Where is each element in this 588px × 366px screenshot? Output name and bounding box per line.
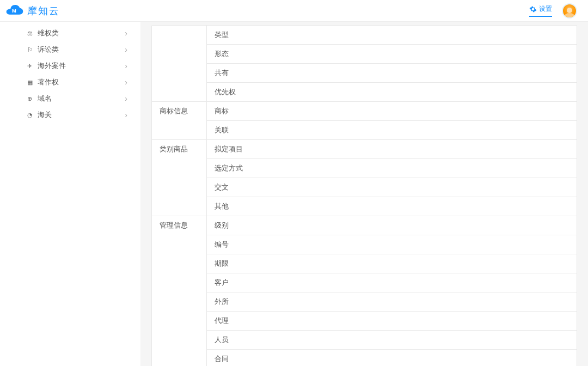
plane-icon: ✈ bbox=[26, 63, 33, 70]
config-row[interactable]: 商标 bbox=[207, 102, 577, 120]
config-row[interactable]: 共有 bbox=[207, 63, 577, 82]
app-header: M 摩知云 设置 bbox=[0, 0, 588, 22]
config-row[interactable]: 级别 bbox=[207, 216, 577, 235]
scales-icon: ⚐ bbox=[26, 46, 33, 53]
config-row[interactable]: 合同 bbox=[207, 349, 577, 366]
sidebar-item-label: 海关 bbox=[38, 110, 52, 120]
group-rows: 商标关联 bbox=[206, 102, 577, 139]
user-avatar[interactable] bbox=[562, 3, 577, 19]
config-row[interactable]: 代理 bbox=[207, 311, 577, 330]
brand: M 摩知云 bbox=[5, 4, 60, 17]
book-icon: ▦ bbox=[26, 79, 33, 86]
config-row[interactable]: 人员 bbox=[207, 330, 577, 349]
chevron-right-icon: › bbox=[125, 62, 127, 70]
sidebar-item-rights[interactable]: ⚖ 维权类 › bbox=[0, 25, 140, 41]
settings-label: 设置 bbox=[539, 4, 552, 14]
chevron-right-icon: › bbox=[125, 78, 127, 87]
svg-text:M: M bbox=[12, 8, 16, 14]
sidebar-item-domain[interactable]: ⊕ 域名 › bbox=[0, 90, 140, 107]
group-rows: 级别编号期限客户外所代理人员合同账单发票备注 bbox=[206, 216, 577, 366]
chevron-right-icon: › bbox=[125, 29, 127, 38]
group-label: 管理信息 bbox=[152, 216, 206, 366]
group-label bbox=[152, 26, 206, 101]
config-group: 管理信息级别编号期限客户外所代理人员合同账单发票备注 bbox=[152, 216, 577, 366]
sidebar-item-label: 诉讼类 bbox=[38, 45, 59, 54]
sidebar-item-label: 域名 bbox=[38, 94, 52, 103]
chevron-right-icon: › bbox=[125, 111, 127, 119]
chevron-right-icon: › bbox=[125, 94, 127, 103]
sidebar-item-label: 著作权 bbox=[38, 77, 59, 87]
group-rows: 类型形态共有优先权 bbox=[206, 26, 577, 101]
gavel-icon: ⚖ bbox=[26, 30, 33, 37]
sidebar: ⚖ 维权类 › ⚐ 诉讼类 › ✈ 海外案件 › ▦ 著作权 › bbox=[0, 22, 140, 366]
config-row[interactable]: 关联 bbox=[207, 120, 577, 139]
group-label: 商标信息 bbox=[152, 102, 206, 139]
config-row[interactable]: 交文 bbox=[207, 178, 577, 197]
content-panel: 类型形态共有优先权商标信息商标关联类别商品拟定项目选定方式交文其他管理信息级别编… bbox=[140, 22, 588, 366]
config-row[interactable]: 形态 bbox=[207, 44, 577, 63]
config-row[interactable]: 客户 bbox=[207, 273, 577, 292]
header-actions: 设置 bbox=[529, 3, 577, 19]
config-row[interactable]: 选定方式 bbox=[207, 158, 577, 178]
config-row[interactable]: 期限 bbox=[207, 254, 577, 273]
sidebar-item-copyright[interactable]: ▦ 著作权 › bbox=[0, 74, 140, 90]
sidebar-item-label: 海外案件 bbox=[38, 61, 66, 71]
group-rows: 拟定项目选定方式交文其他 bbox=[206, 140, 577, 216]
config-row[interactable]: 优先权 bbox=[207, 82, 577, 101]
sidebar-item-customs[interactable]: ◔ 海关 › bbox=[0, 107, 140, 123]
globe-icon: ⊕ bbox=[26, 95, 33, 102]
config-row[interactable]: 类型 bbox=[207, 26, 577, 44]
config-row[interactable]: 编号 bbox=[207, 235, 577, 254]
settings-link[interactable]: 设置 bbox=[529, 4, 552, 17]
sidebar-item-label: 维权类 bbox=[38, 28, 59, 38]
config-group: 类型形态共有优先权 bbox=[152, 26, 577, 101]
config-table: 类型形态共有优先权商标信息商标关联类别商品拟定项目选定方式交文其他管理信息级别编… bbox=[151, 25, 577, 366]
config-group: 商标信息商标关联 bbox=[152, 101, 577, 139]
group-label: 类别商品 bbox=[152, 140, 206, 216]
gear-icon bbox=[529, 5, 537, 13]
sidebar-item-litigation[interactable]: ⚐ 诉讼类 › bbox=[0, 41, 140, 58]
chevron-right-icon: › bbox=[125, 45, 127, 54]
config-group: 类别商品拟定项目选定方式交文其他 bbox=[152, 139, 577, 216]
brand-cloud-icon: M bbox=[5, 4, 24, 17]
clock-icon: ◔ bbox=[26, 112, 33, 119]
brand-name: 摩知云 bbox=[27, 4, 60, 17]
config-row[interactable]: 拟定项目 bbox=[207, 140, 577, 158]
config-row[interactable]: 其他 bbox=[207, 197, 577, 216]
sidebar-item-overseas[interactable]: ✈ 海外案件 › bbox=[0, 58, 140, 74]
config-row[interactable]: 外所 bbox=[207, 292, 577, 311]
